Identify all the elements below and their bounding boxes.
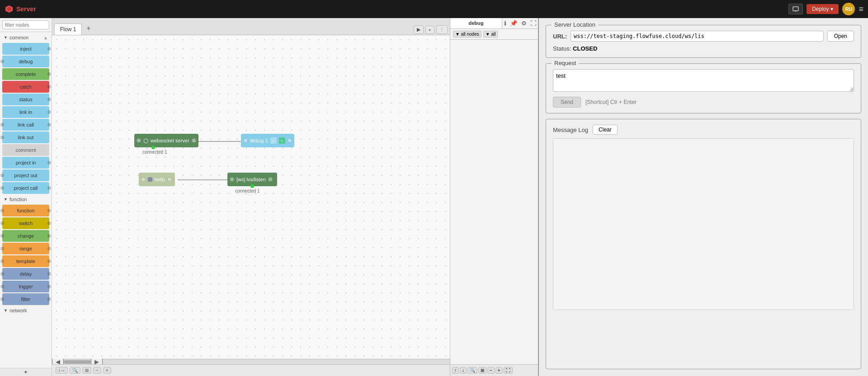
canvas-zoom-out[interactable]: − <box>93 367 101 374</box>
screen-btn[interactable] <box>788 4 803 14</box>
port-right <box>47 272 51 276</box>
user-avatar[interactable]: RU <box>842 3 855 15</box>
debug1-btn1[interactable]: ▪ <box>270 137 277 144</box>
flow-ctrl-expand-button[interactable]: ▶ <box>414 25 424 34</box>
debug-content <box>450 40 538 364</box>
sidebar-item-switch[interactable]: switch <box>2 217 49 229</box>
debug-tab-bar: debug ℹ 📌 ⚙ ⛶ <box>450 18 538 29</box>
hamburger-menu-button[interactable]: ≡ <box>859 5 863 14</box>
add-flow-tab-button[interactable]: + <box>83 22 94 35</box>
sidebar-item-trigger[interactable]: trigger <box>2 281 49 292</box>
debug-nav-up[interactable]: ↑ <box>452 367 459 374</box>
sidebar-item-status[interactable]: status <box>2 94 49 105</box>
tab-flow1[interactable]: Flow 1 <box>54 24 82 35</box>
sidebar-item-link-call[interactable]: link call <box>2 119 49 131</box>
port-left <box>0 285 4 288</box>
port-right <box>47 72 51 76</box>
port-right <box>47 209 51 212</box>
clear-button[interactable]: Clear <box>593 125 618 135</box>
app-logo: Server <box>5 5 36 14</box>
request-textarea[interactable]: test <box>553 69 854 92</box>
flow-tabs: Flow 1 + ▶ + ⋮ <box>52 18 450 35</box>
ws-server-icon: ⬡ <box>143 137 148 144</box>
search-input[interactable] <box>2 20 49 29</box>
sidebar-item-debug[interactable]: debug <box>2 56 49 67</box>
sidebar-item-inject[interactable]: inject <box>2 43 49 55</box>
canvas-node-hello[interactable]: hello <box>139 173 175 186</box>
sidebar-item-function[interactable]: function <box>2 205 49 216</box>
port-left <box>0 186 4 190</box>
debug-minus[interactable]: − <box>487 367 495 374</box>
filter-all-nodes-button[interactable]: ▼ all nodes <box>453 31 481 38</box>
sidebar-item-link-in[interactable]: link in <box>2 106 49 118</box>
debug-settings-button[interactable]: ⚙ <box>519 18 528 28</box>
canvas-node-websocket-server[interactable]: ⬡ websocket server <box>134 134 198 147</box>
deploy-chevron-icon: ▾ <box>830 6 833 12</box>
canvas-zoom-plus[interactable]: + <box>103 367 111 374</box>
ws-listen-status-dot <box>250 184 254 188</box>
debug1-port-left <box>243 138 248 143</box>
ws-server-status-dot <box>151 146 155 149</box>
ws-server-port-right <box>192 138 196 143</box>
sidebar-item-project-call[interactable]: project call <box>2 182 49 194</box>
sidebar-item-link-out[interactable]: link out <box>2 132 49 143</box>
canvas-zoom-in[interactable]: 🔍 <box>70 367 80 374</box>
debug-zoom-in[interactable]: 🔍 <box>467 367 477 374</box>
canvas-bottom-bar: ↕↔ 🔍 ⊞ − + <box>52 364 450 376</box>
sidebar: ▼ common ▲ inject debug complete catch <box>0 18 52 376</box>
sidebar-item-template[interactable]: template <box>2 255 49 267</box>
port-right <box>47 247 51 250</box>
ws-server-status-label: connected 1 <box>142 150 167 155</box>
filter-all-button[interactable]: ▼ all <box>483 31 498 38</box>
deploy-button[interactable]: Deploy ▾ <box>807 4 839 14</box>
debug-toolbar: ▼ all nodes ▼ all <box>450 29 538 40</box>
url-input[interactable] <box>571 31 824 42</box>
canvas-fit[interactable]: ⊞ <box>82 367 91 374</box>
screen-icon <box>793 6 799 12</box>
canvas-ctrl-arrows[interactable]: ↕↔ <box>56 367 68 374</box>
debug-pin-button[interactable]: 📌 <box>508 18 519 28</box>
port-right <box>47 259 51 263</box>
scroll-up-button[interactable]: ▲ <box>43 35 48 40</box>
message-log-title: Message Log <box>553 127 588 133</box>
sidebar-item-range[interactable]: range <box>2 243 49 254</box>
debug-fit[interactable]: ⊞ <box>478 367 486 374</box>
sidebar-item-change[interactable]: change <box>2 230 49 242</box>
debug-plus[interactable]: + <box>495 367 503 374</box>
sidebar-item-catch[interactable]: catch <box>2 81 49 93</box>
debug-nav-down[interactable]: ↓ <box>460 367 467 374</box>
canvas-node-ws-listen[interactable]: [ws] lvs/listen <box>227 173 277 186</box>
tab-debug[interactable]: debug <box>450 18 502 28</box>
section-function[interactable]: ▼ function <box>0 195 52 204</box>
open-button[interactable]: Open <box>827 31 854 42</box>
message-log-section: Message Log Clear <box>546 119 861 369</box>
debug-expand-button[interactable]: ⛶ <box>528 18 538 28</box>
canvas-scroll-thumb[interactable] <box>64 360 91 364</box>
debug-info-button[interactable]: ℹ <box>502 18 508 28</box>
sidebar-item-filter[interactable]: filter <box>2 293 49 305</box>
sidebar-item-complete[interactable]: complete <box>2 68 49 80</box>
status-row: Status: CLOSED <box>553 45 854 52</box>
debug1-port-right <box>288 138 292 143</box>
flow-ctrl-add-button[interactable]: + <box>425 26 434 34</box>
sidebar-item-delay[interactable]: delay <box>2 268 49 280</box>
hello-port-right <box>167 177 172 182</box>
filter-icon: ▼ <box>455 32 460 37</box>
flow-ctrl-options-button[interactable]: ⋮ <box>436 25 448 34</box>
send-button[interactable]: Send <box>553 97 581 108</box>
canvas-node-debug1[interactable]: debug 1 ▪ ▪ <box>241 134 294 147</box>
debug-fullscreen[interactable]: ⛶ <box>504 367 513 374</box>
app-name: Server <box>16 5 36 13</box>
debug-panel: debug ℹ 📌 ⚙ ⛶ ▼ all nodes ▼ all ↑ ↓ 🔍 ⊞ … <box>450 18 538 376</box>
message-log-header: Message Log Clear <box>553 125 854 135</box>
scroll-down-button[interactable]: ▼ <box>0 368 52 376</box>
sidebar-item-project-in[interactable]: project in <box>2 157 49 169</box>
debug1-btn2[interactable]: ▪ <box>279 137 285 144</box>
connections-layer <box>52 35 450 359</box>
section-network[interactable]: ▼ network <box>0 306 52 315</box>
canvas: ⬡ websocket server connected 1 debug 1 ▪… <box>52 35 450 359</box>
send-row: Send [Shortcut] Ctr + Enter <box>553 97 854 108</box>
sidebar-item-comment[interactable]: comment <box>2 144 49 156</box>
sidebar-item-project-out[interactable]: project out <box>2 169 49 181</box>
section-common[interactable]: ▼ common ▲ <box>0 33 52 42</box>
